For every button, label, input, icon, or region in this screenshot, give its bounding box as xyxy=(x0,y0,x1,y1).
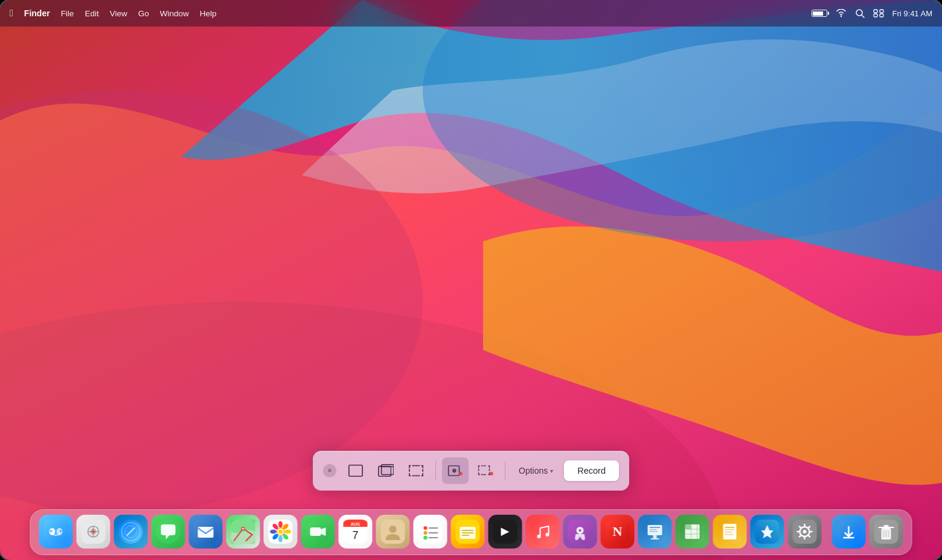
edit-menu[interactable]: Edit xyxy=(85,9,98,18)
capture-selection-button[interactable] xyxy=(403,457,429,484)
svg-point-52 xyxy=(278,521,283,528)
capture-fullscreen-button[interactable] xyxy=(342,457,369,484)
spotlight-button[interactable] xyxy=(855,8,865,18)
svg-rect-107 xyxy=(685,524,691,529)
dock-app-appstore[interactable] xyxy=(751,515,784,549)
svg-point-56 xyxy=(278,536,283,542)
finder-menu[interactable]: Finder xyxy=(24,8,50,18)
svg-rect-97 xyxy=(651,538,659,539)
toolbar-separator-2 xyxy=(505,461,505,480)
svg-point-117 xyxy=(803,530,807,533)
svg-rect-7 xyxy=(874,10,877,13)
options-label: Options xyxy=(519,466,548,476)
messages-icon xyxy=(156,520,181,544)
capture-window-button[interactable] xyxy=(373,457,399,484)
dock-app-photos[interactable] xyxy=(264,515,298,549)
svg-point-54 xyxy=(284,530,291,534)
svg-point-77 xyxy=(424,536,428,539)
close-button[interactable]: × xyxy=(323,464,336,477)
record-fullscreen-icon xyxy=(447,463,463,479)
dock-app-appletv[interactable]: ▶ xyxy=(489,515,522,549)
record-fullscreen-button[interactable] xyxy=(442,457,469,484)
record-selection-button[interactable] xyxy=(472,457,499,484)
numbers-icon xyxy=(681,520,705,544)
pages-icon xyxy=(718,520,742,544)
wifi-status[interactable] xyxy=(836,9,847,18)
menubar:  Finder File Edit View Go Window Help xyxy=(0,0,942,27)
mac-frame:  Finder File Edit View Go Window Help xyxy=(0,0,942,560)
dock-app-launchpad[interactable] xyxy=(77,515,111,549)
toolbar-separator-1 xyxy=(435,461,436,480)
dock-app-notes[interactable] xyxy=(451,515,485,549)
file-menu[interactable]: File xyxy=(61,9,74,18)
search-icon xyxy=(855,8,865,18)
dock-app-archiver[interactable] xyxy=(832,515,866,549)
appletv-icon: ▶ xyxy=(493,520,517,544)
dock-app-messages[interactable] xyxy=(152,515,185,549)
svg-point-75 xyxy=(424,531,428,535)
svg-text:N: N xyxy=(613,524,623,539)
svg-line-123 xyxy=(809,535,810,536)
dock-app-contacts[interactable] xyxy=(376,515,410,549)
svg-point-37 xyxy=(92,530,95,533)
help-menu[interactable]: Help xyxy=(200,9,217,18)
dock-app-mail[interactable] xyxy=(189,515,223,549)
svg-point-21 xyxy=(459,472,463,476)
dock-app-numbers[interactable] xyxy=(676,515,710,549)
calendar-icon: AUG 7 xyxy=(344,520,368,544)
dock-app-finder[interactable] xyxy=(39,515,73,549)
news-icon: N xyxy=(606,520,630,544)
svg-point-91 xyxy=(579,529,582,532)
record-button[interactable]: Record xyxy=(564,460,619,481)
keynote-icon xyxy=(643,520,667,544)
svg-point-31 xyxy=(60,530,62,532)
dock-separator xyxy=(827,517,827,546)
battery-status[interactable] xyxy=(812,10,827,17)
finder-icon xyxy=(44,520,68,544)
svg-rect-96 xyxy=(653,535,657,538)
svg-rect-98 xyxy=(650,527,661,528)
dock-app-systemprefs[interactable] xyxy=(788,515,822,549)
dock-app-calendar[interactable]: AUG 7 xyxy=(339,515,373,549)
svg-rect-63 xyxy=(310,527,321,536)
svg-text:AUG: AUG xyxy=(351,522,360,526)
capture-selection-icon xyxy=(408,463,424,479)
control-center-icon xyxy=(873,9,884,18)
svg-rect-8 xyxy=(874,14,877,17)
launchpad-icon xyxy=(82,520,106,544)
dock-app-keynote[interactable] xyxy=(638,515,672,549)
notes-icon xyxy=(456,520,480,544)
svg-text:7: 7 xyxy=(352,529,358,541)
dock-app-reminders[interactable] xyxy=(414,515,447,549)
dock-app-news[interactable]: N xyxy=(601,515,635,549)
menubar-right: Fri 9:41 AM xyxy=(812,8,932,18)
svg-rect-10 xyxy=(880,14,883,17)
go-menu[interactable]: Go xyxy=(138,9,149,18)
record-label: Record xyxy=(577,466,606,476)
dock-app-music[interactable] xyxy=(526,515,560,549)
battery-fill xyxy=(813,11,823,16)
svg-point-58 xyxy=(270,530,277,534)
dock-app-safari[interactable] xyxy=(114,515,148,549)
svg-point-87 xyxy=(537,535,541,538)
apple-menu[interactable]:  xyxy=(10,8,13,19)
systemprefs-icon xyxy=(793,520,817,544)
dock-app-facetime[interactable] xyxy=(301,515,335,549)
window-menu[interactable]: Window xyxy=(160,9,189,18)
control-center-button[interactable] xyxy=(873,9,884,18)
dock-app-maps[interactable] xyxy=(226,515,260,549)
screenshot-toolbar: × xyxy=(313,451,629,491)
capture-window-icon xyxy=(378,463,394,479)
options-button[interactable]: Options ▾ xyxy=(511,461,560,480)
dock-app-trash[interactable] xyxy=(870,515,903,549)
reminders-icon xyxy=(418,520,443,544)
photos-icon xyxy=(269,520,293,544)
svg-point-88 xyxy=(546,533,550,536)
podcasts-icon xyxy=(568,520,592,544)
dock-app-podcasts[interactable] xyxy=(563,515,597,549)
view-menu[interactable]: View xyxy=(110,9,127,18)
dock-app-pages[interactable] xyxy=(713,515,747,549)
svg-rect-100 xyxy=(650,531,658,532)
svg-point-20 xyxy=(452,469,457,473)
svg-rect-113 xyxy=(725,534,734,535)
